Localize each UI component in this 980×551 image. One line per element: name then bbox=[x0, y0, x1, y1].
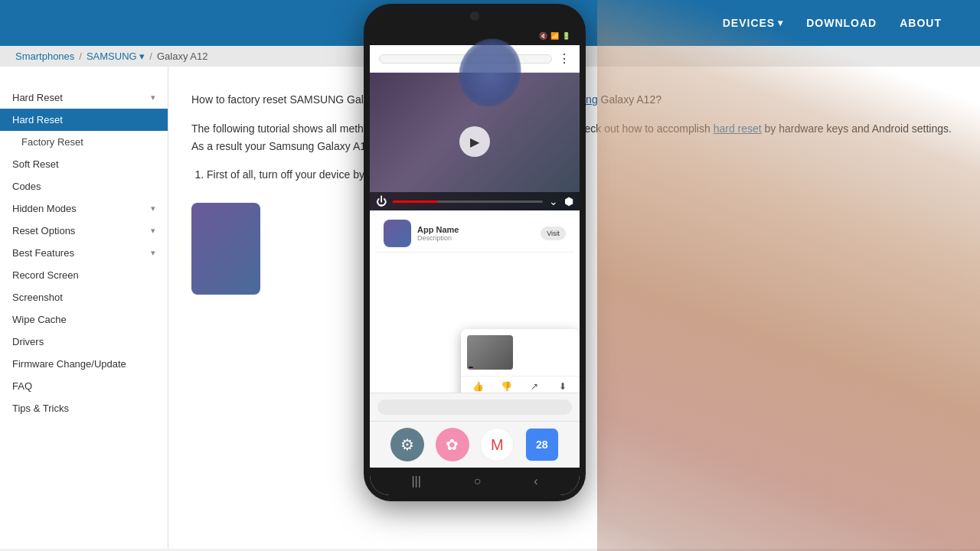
dock-settings[interactable]: ⚙ bbox=[390, 428, 424, 461]
nav-about[interactable]: ABOUT bbox=[900, 17, 942, 29]
nav-devices[interactable]: DEVICES bbox=[723, 17, 783, 29]
mute-icon: 🔇 bbox=[539, 32, 547, 40]
dislike-icon: 👎 bbox=[501, 381, 512, 392]
app-info-1: App Name Description bbox=[417, 225, 534, 242]
vc-header bbox=[461, 329, 580, 377]
video-controls: ⏻ ⌄ ⬢ bbox=[370, 192, 580, 210]
sidebar-item-firmware[interactable]: Firmware Change/Update bbox=[0, 353, 168, 375]
close-all-button[interactable] bbox=[377, 399, 572, 415]
visit-button-1[interactable]: Visit bbox=[541, 227, 566, 240]
content-area: 👍 👎 ↗ Share bbox=[370, 210, 580, 393]
sidebar-item-wipe-cache[interactable]: Wipe Cache bbox=[0, 308, 168, 331]
signal-icon: 📶 bbox=[550, 32, 559, 40]
share-icon: ↗ bbox=[531, 381, 538, 392]
breadcrumb-samsung[interactable]: SAMSUNG ▾ bbox=[87, 51, 145, 62]
sidebar-item-drivers[interactable]: Drivers bbox=[0, 331, 168, 353]
breadcrumb-current: Galaxy A12 bbox=[157, 51, 208, 62]
phone-screen: 🔇 📶 🔋 ⋮ ▶ bbox=[370, 27, 580, 495]
main-nav: DEVICES DOWNLOAD ABOUT bbox=[723, 17, 965, 29]
progress-bar[interactable] bbox=[393, 201, 543, 203]
tutorial-thumbnail bbox=[191, 203, 260, 295]
app-header: ⋮ bbox=[370, 45, 580, 73]
progress-fill bbox=[393, 201, 438, 203]
sidebar-item-faq[interactable]: FAQ bbox=[0, 375, 168, 397]
sidebar-item-hard-reset-dropdown[interactable]: Hard Reset bbox=[0, 86, 168, 109]
vc-duration bbox=[469, 367, 473, 368]
sidebar-item-hard-reset[interactable]: Hard Reset bbox=[0, 109, 168, 131]
app-desc-1: Description bbox=[417, 234, 534, 242]
sidebar-item-reset-options[interactable]: Reset Options bbox=[0, 220, 168, 242]
sidebar-item-tips[interactable]: Tips & Tricks bbox=[0, 397, 168, 419]
app-dock: ⚙ ✿ M 28 bbox=[370, 421, 580, 468]
app-name-1: App Name bbox=[417, 225, 534, 234]
nav-bar: ||| ○ ‹ bbox=[370, 468, 580, 495]
nav-download[interactable]: DOWNLOAD bbox=[806, 17, 877, 29]
sidebar-title bbox=[0, 79, 168, 86]
vc-actions: 👍 👎 ↗ Share bbox=[461, 377, 580, 393]
status-icons: 🔇 📶 🔋 bbox=[539, 32, 570, 40]
like-action[interactable]: 👍 bbox=[464, 381, 492, 393]
power-button[interactable]: ⏻ bbox=[376, 195, 387, 207]
app-icon-1 bbox=[384, 220, 411, 247]
video-area: ▶ ⏻ ⌄ ⬢ bbox=[370, 73, 580, 210]
back-button[interactable]: ‹ bbox=[534, 474, 537, 488]
download-action[interactable]: ⬇ Do... bbox=[548, 381, 577, 393]
more-icon[interactable]: ⋮ bbox=[558, 51, 570, 66]
search-bar[interactable] bbox=[379, 54, 552, 64]
sidebar-item-best-features[interactable]: Best Features bbox=[0, 242, 168, 264]
dock-flower-app[interactable]: ✿ bbox=[436, 428, 469, 461]
dislike-action[interactable]: 👎 bbox=[492, 381, 521, 393]
app-list-item-1: App Name Description Visit bbox=[376, 215, 573, 253]
battery-icon: 🔋 bbox=[562, 32, 570, 40]
video-thumbnail: ▶ bbox=[370, 73, 580, 210]
sidebar-item-screenshot[interactable]: Screenshot bbox=[0, 286, 168, 308]
phone-body: 🔇 📶 🔋 ⋮ ▶ bbox=[364, 4, 586, 501]
share-icon[interactable]: ⬢ bbox=[564, 195, 573, 207]
sidebar-item-factory-reset[interactable]: Factory Reset bbox=[0, 131, 168, 153]
like-icon: 👍 bbox=[472, 381, 484, 392]
sidebar-item-codes[interactable]: Codes bbox=[0, 175, 168, 197]
app-list-area: App Name Description Visit bbox=[370, 210, 580, 257]
recent-apps-button[interactable]: ||| bbox=[411, 474, 420, 488]
phone-mockup: 🔇 📶 🔋 ⋮ ▶ bbox=[352, 0, 597, 551]
sidebar-item-record-screen[interactable]: Record Screen bbox=[0, 264, 168, 286]
play-button[interactable]: ▶ bbox=[459, 126, 490, 157]
home-button[interactable]: ○ bbox=[474, 474, 482, 488]
vc-info bbox=[518, 335, 573, 370]
close-all-bar bbox=[370, 393, 580, 421]
sidebar-item-soft-reset[interactable]: Soft Reset bbox=[0, 153, 168, 175]
video-card-popup: 👍 👎 ↗ Share bbox=[461, 329, 580, 393]
share-action[interactable]: ↗ Share bbox=[521, 381, 549, 393]
sidebar-item-hidden-modes[interactable]: Hidden Modes bbox=[0, 197, 168, 220]
download-icon: ⬇ bbox=[559, 381, 567, 392]
sidebar: Hard Reset Hard Reset Factory Reset Soft… bbox=[0, 67, 168, 549]
dock-calendar[interactable]: 28 bbox=[525, 428, 559, 461]
dock-gmail[interactable]: M bbox=[480, 428, 514, 461]
app-content: ⋮ ▶ ⏻ ⌄ ⬢ bbox=[370, 45, 580, 495]
breadcrumb-smartphones[interactable]: Smartphones bbox=[15, 51, 74, 62]
phone-screen-inner: 🔇 📶 🔋 ⋮ ▶ bbox=[370, 27, 580, 495]
vc-thumb bbox=[467, 335, 513, 370]
status-bar: 🔇 📶 🔋 bbox=[370, 27, 580, 45]
link-hard-reset[interactable]: hard reset bbox=[714, 122, 762, 135]
chevron-down-icon[interactable]: ⌄ bbox=[549, 195, 558, 207]
phone-notch bbox=[470, 11, 479, 21]
